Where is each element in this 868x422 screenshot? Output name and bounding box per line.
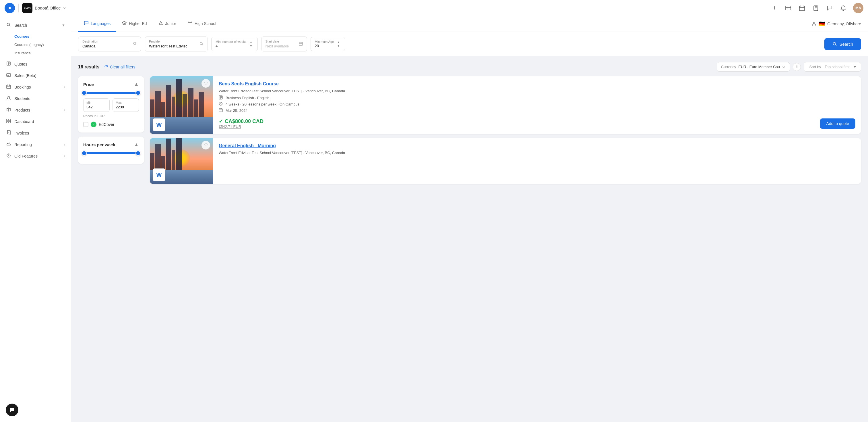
- price-min-input[interactable]: [86, 105, 106, 109]
- min-weeks-up[interactable]: ▲: [249, 40, 253, 44]
- app-logo[interactable]: ●: [5, 3, 15, 13]
- tab-languages[interactable]: Languages: [78, 16, 116, 32]
- info-button[interactable]: ℹ: [793, 63, 801, 71]
- add-to-quote-button[interactable]: Add to quote: [820, 118, 856, 129]
- tab-label: Languages: [91, 21, 111, 26]
- min-weeks-label: Min. number of weeks: [216, 40, 247, 44]
- app-icon[interactable]: SLDR: [22, 3, 32, 13]
- currency-chevron-icon: [782, 65, 786, 69]
- price-slider[interactable]: [83, 92, 139, 94]
- school-name: WaterFront Edvisor Test School Vancouver…: [219, 151, 302, 155]
- course-card-image: W ♡: [150, 138, 213, 184]
- min-age-value: 20: [315, 44, 319, 48]
- min-age-up[interactable]: ▲: [336, 40, 341, 44]
- sidebar-item-bookings[interactable]: Bookings ›: [0, 81, 71, 93]
- sort-label: Sort by: [809, 65, 821, 69]
- search-icon: [6, 22, 11, 28]
- destination-filter[interactable]: Destination: [78, 36, 141, 52]
- school-logo: W: [153, 118, 165, 131]
- chat-icon[interactable]: [826, 4, 834, 12]
- billing-icon[interactable]: [784, 4, 792, 12]
- price-filter-title: Price: [83, 82, 94, 87]
- office-selector[interactable]: Bogotá Office: [35, 5, 66, 10]
- hours-filter-title: Hours per week: [83, 142, 115, 147]
- sidebar-item-courses[interactable]: Courses: [14, 32, 71, 40]
- hours-handle-right[interactable]: [135, 151, 141, 156]
- sidebar-item-courses-legacy[interactable]: Courses (Legacy): [14, 40, 71, 49]
- sidebar-item-dashboard[interactable]: Dashboard: [0, 116, 71, 128]
- higher-ed-tab-icon: [122, 21, 127, 26]
- chat-bubble-icon: [9, 407, 15, 413]
- add-button[interactable]: +: [770, 4, 778, 12]
- calendar-icon[interactable]: [798, 4, 806, 12]
- price-handle-right[interactable]: [135, 90, 141, 95]
- user-avatar[interactable]: MA: [853, 3, 863, 13]
- min-weeks-stepper[interactable]: ▲ ▼: [249, 40, 253, 48]
- svg-rect-8: [9, 119, 11, 121]
- location-info: 🇩🇪 Germany, Offshore: [812, 21, 861, 27]
- course-card: W ♡ Bens Scots English Course WaterFront…: [150, 76, 861, 134]
- hours-slider[interactable]: [83, 152, 139, 154]
- students-icon: [6, 96, 11, 102]
- price-handle-left[interactable]: [82, 90, 87, 95]
- sidebar-item-reporting[interactable]: Reporting ›: [0, 139, 71, 150]
- price-min-box[interactable]: Min: [83, 98, 110, 112]
- price-inputs: Min Max: [83, 98, 139, 112]
- provider-input[interactable]: [149, 44, 197, 48]
- provider-filter[interactable]: Provider: [145, 36, 208, 52]
- sort-selector[interactable]: Sort by Top school first ▼: [804, 62, 861, 72]
- min-age-down[interactable]: ▼: [336, 44, 341, 48]
- quotes-icon: [6, 61, 11, 67]
- school-logo: W: [153, 168, 165, 181]
- topbar-actions: + MA: [770, 3, 863, 13]
- svg-point-13: [813, 22, 815, 24]
- notifications-icon[interactable]: [839, 4, 847, 12]
- sidebar-item-sales[interactable]: Sales (Beta): [0, 70, 71, 81]
- tab-higher-ed[interactable]: Higher Ed: [116, 16, 152, 32]
- favorite-button[interactable]: ♡: [202, 79, 210, 88]
- sidebar-item-old-features[interactable]: Old Features ›: [0, 150, 71, 162]
- sidebar-item-insurance[interactable]: Insurance: [14, 49, 71, 57]
- clear-filters-button[interactable]: Clear all filters: [104, 65, 135, 69]
- hours-handle-left[interactable]: [82, 151, 87, 156]
- chat-bubble[interactable]: [6, 403, 19, 416]
- course-title[interactable]: Bens Scots English Course: [219, 81, 856, 87]
- course-duration-row: 4 weeks · 20 lessons per week · On Campu…: [219, 102, 856, 107]
- office-name: Bogotá Office: [35, 5, 61, 10]
- sidebar-item-invoices[interactable]: Invoices: [0, 128, 71, 139]
- tab-high-school[interactable]: High School: [182, 16, 222, 32]
- min-weeks-filter[interactable]: Min. number of weeks 4 ▲ ▼: [211, 37, 258, 51]
- destination-input[interactable]: [82, 44, 131, 48]
- min-weeks-down[interactable]: ▼: [249, 44, 253, 48]
- sidebar-item-students[interactable]: Students: [0, 93, 71, 104]
- sidebar-item-search[interactable]: Search ▼: [0, 20, 71, 31]
- sidebar-item-quotes[interactable]: Quotes: [0, 58, 71, 70]
- results-header: 16 results Clear all filters Currency EU…: [78, 62, 861, 72]
- clear-filters-label: Clear all filters: [110, 65, 135, 69]
- clipboard-icon[interactable]: [812, 4, 820, 12]
- svg-rect-0: [786, 6, 791, 10]
- junior-tab-icon: [158, 21, 163, 26]
- price-max-box[interactable]: Max: [113, 98, 139, 112]
- search-button[interactable]: Search: [825, 38, 861, 50]
- price-slider-fill: [83, 92, 139, 94]
- tab-junior[interactable]: Junior: [153, 16, 182, 32]
- start-date-filter[interactable]: Start date Next available: [261, 36, 307, 52]
- price-collapse-button[interactable]: ▲: [134, 81, 139, 87]
- location-separator: ·: [303, 89, 305, 93]
- date-icon: [219, 108, 223, 113]
- edcover-checkbox[interactable]: [83, 122, 88, 127]
- price-max-input[interactable]: [116, 105, 136, 109]
- favorite-button[interactable]: ♡: [202, 141, 210, 149]
- hours-collapse-button[interactable]: ▲: [134, 142, 139, 148]
- currency-selector[interactable]: Currency EUR · Euro Member Cou: [717, 62, 790, 72]
- sidebar-item-products[interactable]: Products ›: [0, 104, 71, 116]
- sidebar-item-label: Products: [14, 108, 30, 112]
- tabs-bar: Languages Higher Ed Junior High School: [71, 16, 868, 32]
- course-title[interactable]: General English - Morning: [219, 143, 856, 148]
- course-date-row: Mar 25, 2024: [219, 108, 856, 113]
- course-card-body: General English - Morning WaterFront Edv…: [213, 138, 861, 184]
- course-date: Mar 25, 2024: [226, 108, 248, 113]
- min-age-filter[interactable]: Minimum Age 20 ▲ ▼: [311, 37, 345, 51]
- min-age-stepper[interactable]: ▲ ▼: [336, 40, 341, 48]
